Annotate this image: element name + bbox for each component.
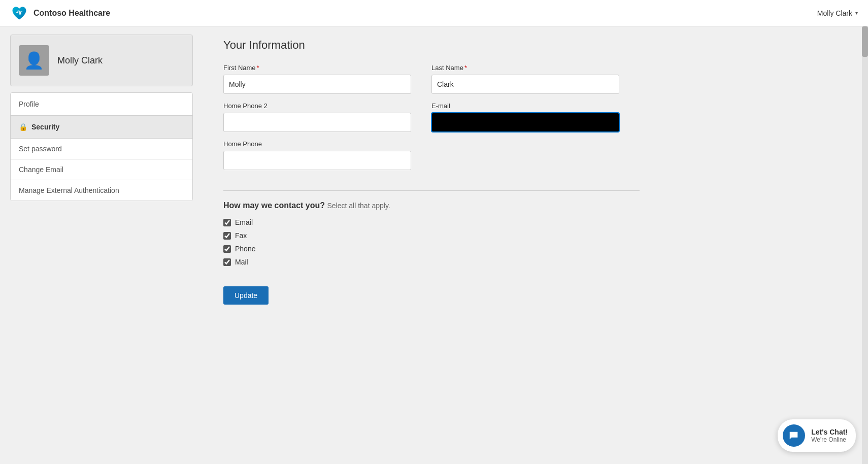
home-phone2-field: Home Phone 2	[223, 102, 411, 132]
security-section: 🔒 Security Set password Change Email Man…	[11, 116, 192, 201]
first-name-input[interactable]	[223, 75, 411, 94]
chat-subtitle: We're Online	[811, 436, 848, 443]
page-layout: 👤 Molly Clark Profile 🔒 Security Set pas…	[0, 26, 868, 464]
scrollbar[interactable]	[862, 26, 868, 464]
form-grid: First Name* Last Name* Home Phone 2 E-ma…	[223, 64, 619, 170]
sidebar-nav: Profile 🔒 Security Set password Change E…	[10, 92, 193, 201]
checkbox-mail[interactable]: Mail	[223, 258, 640, 266]
chat-bubble-icon	[788, 430, 799, 441]
sidebar: 👤 Molly Clark Profile 🔒 Security Set pas…	[0, 26, 203, 464]
scrollbar-thumb[interactable]	[862, 26, 868, 57]
email-field: E-mail	[431, 102, 619, 132]
brand-name: Contoso Healthcare	[34, 9, 110, 18]
sidebar-item-set-password[interactable]: Set password	[11, 139, 192, 159]
checkbox-mail-label: Mail	[235, 258, 248, 266]
checkbox-email[interactable]: Email	[223, 218, 640, 226]
main-content: Your Information First Name* Last Name* …	[203, 26, 868, 464]
checkbox-mail-input[interactable]	[223, 258, 231, 266]
user-card: 👤 Molly Clark	[10, 35, 193, 86]
chat-icon	[783, 424, 805, 447]
home-phone2-input[interactable]	[223, 113, 411, 132]
sidebar-item-manage-auth[interactable]: Manage External Authentication	[11, 180, 192, 201]
first-name-field: First Name*	[223, 64, 411, 94]
last-name-label: Last Name*	[431, 64, 619, 72]
avatar: 👤	[19, 45, 49, 76]
sidebar-item-change-email[interactable]: Change Email	[11, 159, 192, 180]
checkbox-phone-input[interactable]	[223, 245, 231, 253]
contact-title: How may we contact you? Select all that …	[223, 201, 640, 210]
home-phone-label: Home Phone	[223, 140, 411, 148]
email-label: E-mail	[431, 102, 619, 110]
header-user-name: Molly Clark	[817, 9, 852, 17]
checkbox-fax[interactable]: Fax	[223, 231, 640, 240]
lock-icon: 🔒	[19, 123, 27, 131]
update-button[interactable]: Update	[223, 286, 269, 305]
home-phone2-label: Home Phone 2	[223, 102, 411, 110]
security-label: Security	[31, 123, 59, 131]
app-header: Contoso Healthcare Molly Clark ▾	[0, 0, 868, 26]
brand: Contoso Healthcare	[10, 4, 110, 22]
security-header: 🔒 Security	[11, 116, 192, 139]
user-menu-chevron: ▾	[855, 10, 858, 16]
checkbox-phone-label: Phone	[235, 245, 255, 253]
last-name-field: Last Name*	[431, 64, 619, 94]
contact-title-main: How may we contact you?	[223, 201, 325, 210]
contact-subtitle: Select all that apply.	[327, 202, 390, 210]
first-name-label: First Name*	[223, 64, 411, 72]
section-title: Your Information	[223, 39, 848, 52]
first-name-required: *	[257, 64, 259, 72]
chat-title: Let's Chat!	[811, 428, 848, 436]
sidebar-user-name: Molly Clark	[57, 55, 103, 66]
checkbox-email-label: Email	[235, 218, 253, 226]
home-phone-input[interactable]	[223, 151, 411, 170]
checkbox-fax-input[interactable]	[223, 232, 231, 240]
contact-section: How may we contact you? Select all that …	[223, 190, 640, 305]
user-menu[interactable]: Molly Clark ▾	[817, 9, 858, 17]
last-name-required: *	[464, 64, 467, 72]
email-input[interactable]	[431, 113, 619, 132]
avatar-icon: 👤	[24, 51, 44, 70]
checkbox-phone[interactable]: Phone	[223, 245, 640, 253]
checkbox-email-input[interactable]	[223, 219, 231, 226]
chat-text: Let's Chat! We're Online	[811, 428, 848, 443]
checkbox-fax-label: Fax	[235, 231, 247, 240]
chat-widget[interactable]: Let's Chat! We're Online	[778, 419, 856, 452]
home-phone-field: Home Phone	[223, 140, 411, 170]
last-name-input[interactable]	[431, 75, 619, 94]
sidebar-item-profile[interactable]: Profile	[11, 93, 192, 116]
brand-logo	[10, 4, 28, 22]
checkbox-list: Email Fax Phone Mail	[223, 218, 640, 266]
